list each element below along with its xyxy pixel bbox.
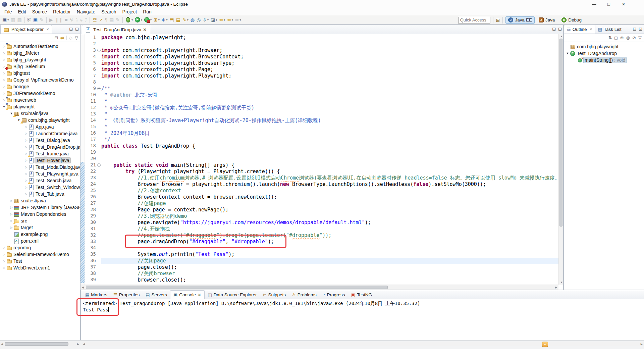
new-wizard-button[interactable]: ▣▾ [2, 16, 9, 23]
tree-item-example-png[interactable]: example.png [0, 231, 80, 238]
import-button[interactable]: ⬒ [169, 16, 175, 23]
menu-refactor[interactable]: Refactor [50, 8, 74, 15]
chevron-collapsed-icon[interactable]: ▷ [2, 71, 6, 75]
export-button[interactable]: ⬓ [175, 16, 181, 23]
scrollbar-thumb[interactable] [559, 39, 562, 227]
tree-item-test-hover-java[interactable]: ▷Test_Hover.java [0, 157, 80, 164]
coverage-button[interactable]: ▾ [144, 16, 152, 23]
tree-item-hongge[interactable]: ▷hongge [0, 83, 80, 90]
hide-local-types-button[interactable]: ⊘ [632, 35, 636, 40]
text-highlight-button[interactable]: ✎▾ [182, 16, 189, 23]
scroll-up-icon[interactable]: ▲ [560, 35, 563, 38]
maximize-button[interactable]: □ [606, 2, 612, 7]
disconnect-button[interactable]: ↯ [69, 16, 74, 23]
scroll-down-icon[interactable]: ▼ [560, 281, 563, 284]
scroll-right-icon[interactable]: ▶ [641, 343, 643, 346]
open-perspective-icon[interactable]: ⊞ [496, 17, 500, 23]
chevron-collapsed-icon[interactable]: ▷ [9, 206, 14, 209]
menu-run[interactable]: Run [140, 8, 155, 15]
tree-item-com-bjhg-playwright[interactable]: com.bjhg.playwright [564, 43, 644, 50]
scroll-right-icon[interactable]: ▶ [555, 286, 557, 289]
tree-item-test-draganddrop-java[interactable]: ▷Test_DragAndDrop.java [0, 144, 80, 150]
tree-item-test[interactable]: ▷Test [0, 258, 80, 264]
view-menu-button[interactable]: ▽ [75, 35, 78, 40]
chevron-collapsed-icon[interactable]: ▷ [2, 253, 6, 256]
tree-item-src-main-java[interactable]: ▼src/main/java [0, 110, 80, 117]
chevron-collapsed-icon[interactable]: ▷ [24, 132, 29, 135]
tree-item-playwright[interactable]: ▼Mplaywright [0, 103, 80, 110]
maximize-view-icon[interactable]: ⊡ [639, 27, 642, 32]
minimize-button[interactable]: — [591, 2, 597, 7]
scrollbar-thumb[interactable] [5, 342, 68, 346]
editor-horizontal-scrollbar[interactable]: ◀ ▶ [80, 285, 558, 290]
minimize-view-icon[interactable]: ⊟ [633, 27, 636, 32]
menu-edit[interactable]: Edit [15, 8, 29, 15]
open-type-button[interactable]: ◎ [196, 16, 201, 23]
chevron-collapsed-icon[interactable]: ▷ [2, 78, 6, 82]
collapse-annotations-button[interactable]: ⇩▾ [202, 16, 209, 23]
explorer-horizontal-scrollbar[interactable]: ◀ ▶ [0, 342, 80, 346]
tree-item-automationtestdemo[interactable]: ▷MAutomationTestDemo [0, 43, 80, 50]
tab-testng[interactable]: ▣TestNG [348, 290, 375, 299]
dropdown-arrow-icon[interactable]: ▾ [187, 18, 189, 21]
back-to-last-edit-button[interactable]: ⬅▾ [218, 16, 226, 23]
tree-item-jre-system-library-javase-1[interactable]: ▷JRE System Library [JavaSE-1. [0, 204, 80, 211]
step-into-button[interactable]: ⤵ [75, 16, 78, 23]
menu-project[interactable]: Project [119, 8, 140, 15]
hide-non-public-button[interactable]: ◍ [626, 35, 630, 40]
tree-item-bjhg-selenium[interactable]: ▷Bjhg_Selenium [0, 63, 80, 70]
debug-button[interactable]: ▾ [125, 16, 133, 23]
tree-item-reportng[interactable]: ▷reportng [0, 244, 80, 251]
code-editor[interactable]: 1234567891011121314151617181920212223242… [80, 34, 558, 285]
hide-static-members-button[interactable]: ⊜ [620, 35, 624, 40]
tree-item-webdriverlearn1[interactable]: ▷WebDriverLearn1 [0, 264, 80, 271]
new-binary-config-button[interactable]: ⎘ [27, 16, 32, 23]
chevron-collapsed-icon[interactable]: ▷ [24, 145, 29, 149]
console-horizontal-scrollbar[interactable]: ◀ ▶ [82, 342, 644, 346]
close-icon[interactable]: ✕ [198, 292, 201, 298]
resume-button[interactable]: ▶ [49, 16, 54, 23]
terminate-button[interactable]: ■ [64, 16, 68, 23]
tab-project-explorer[interactable]: Project Explorer ✕ [0, 25, 52, 34]
maximize-view-icon[interactable]: ⊡ [558, 27, 562, 32]
scroll-left-icon[interactable]: ◀ [82, 286, 84, 289]
dropdown-arrow-icon[interactable]: ▾ [7, 18, 9, 21]
chevron-collapsed-icon[interactable]: ▷ [2, 246, 6, 249]
tab-progress[interactable]: ◔Progress [320, 290, 348, 299]
maximize-view-icon[interactable]: ⊡ [75, 27, 79, 32]
tree-item-test-playwright-java[interactable]: ▷Test_Playwright.java [0, 170, 80, 177]
tree-item-test-tab-java[interactable]: ▷Test_Tab.java [0, 191, 80, 197]
perspective-java[interactable]: JJava [536, 16, 558, 24]
tree-item-bjhg-jmeter[interactable]: ▷bjhg_JMeter [0, 50, 80, 56]
minimize-view-icon[interactable]: ⊟ [552, 27, 556, 32]
format-edit-button[interactable]: ✎ [115, 16, 120, 23]
chevron-collapsed-icon[interactable]: ▷ [24, 186, 29, 189]
dropdown-arrow-icon[interactable]: ▾ [239, 18, 241, 21]
back-button[interactable]: ⬅▾ [226, 16, 234, 23]
chevron-collapsed-icon[interactable]: ▷ [2, 92, 6, 95]
tree-item-pom-xml[interactable]: pom.xml [0, 238, 80, 244]
tab-problems[interactable]: ⚠Problems [289, 290, 320, 299]
block-selection-button[interactable]: ▤ [109, 16, 114, 23]
tab-console[interactable]: ▣Console✕ [170, 290, 205, 299]
hide-fields-button[interactable]: ◻ [614, 35, 618, 40]
tree-item-src-test-java[interactable]: ▷src/test/java [0, 197, 80, 204]
close-icon[interactable]: ✕ [143, 27, 147, 32]
tab-properties[interactable]: ☰Properties [110, 290, 143, 299]
tab-data-source-explorer[interactable]: ◫Data Source Explorer [205, 290, 260, 299]
sort-button[interactable]: ⇅ [608, 35, 612, 40]
tab-task-list[interactable]: ▤ Task List [595, 25, 624, 34]
last-edit-location-button[interactable]: ◪▾ [210, 16, 218, 23]
open-task-button[interactable]: ▣ [33, 16, 38, 23]
fold-collapse-icon[interactable] [97, 87, 101, 90]
perspective-java-ee[interactable]: JJava EE [505, 16, 534, 24]
scroll-left-icon[interactable]: ◀ [83, 343, 85, 346]
chevron-collapsed-icon[interactable]: ▷ [9, 212, 14, 216]
scrollbar-thumb[interactable] [86, 286, 388, 289]
step-over-button[interactable]: ⤷ [79, 16, 83, 23]
tree-item-mavenweb[interactable]: ▷Mmavenweb [0, 97, 80, 103]
close-icon[interactable]: ✕ [46, 28, 49, 31]
pin-editor-button[interactable]: ✎ [39, 16, 44, 23]
tree-item-bjhgtest[interactable]: ▷bjhgtest [0, 70, 80, 77]
tree-item-app-java[interactable]: ▷App.java [0, 123, 80, 130]
